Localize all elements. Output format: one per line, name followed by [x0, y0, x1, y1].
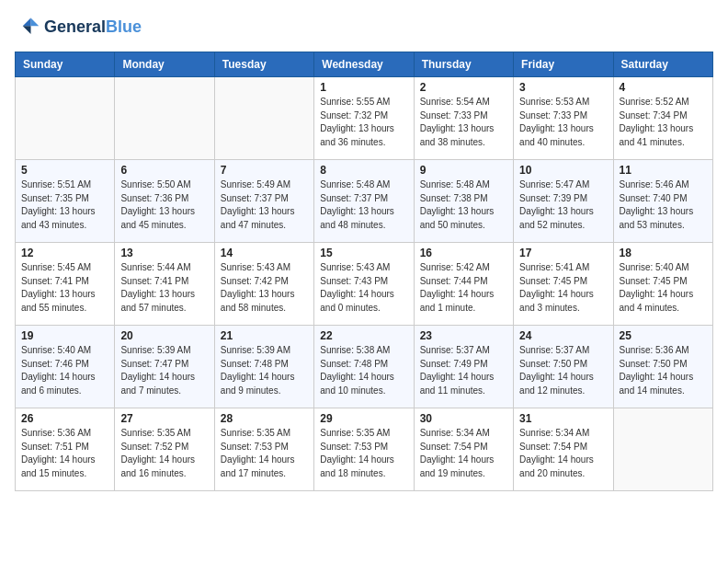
- day-info: Sunrise: 5:47 AM Sunset: 7:39 PM Dayligh…: [519, 178, 607, 232]
- day-info: Sunrise: 5:34 AM Sunset: 7:54 PM Dayligh…: [519, 427, 607, 480]
- day-number: 3: [519, 81, 607, 94]
- calendar-cell: 21Sunrise: 5:39 AM Sunset: 7:48 PM Dayli…: [214, 326, 313, 408]
- day-number: 10: [519, 164, 607, 177]
- calendar-week-row: 12Sunrise: 5:45 AM Sunset: 7:41 PM Dayli…: [16, 243, 713, 326]
- day-number: 31: [519, 412, 607, 425]
- day-info: Sunrise: 5:43 AM Sunset: 7:42 PM Dayligh…: [221, 261, 308, 315]
- calendar-cell: 1Sunrise: 5:55 AM Sunset: 7:32 PM Daylig…: [314, 77, 414, 160]
- calendar-week-row: 26Sunrise: 5:36 AM Sunset: 7:51 PM Dayli…: [16, 408, 713, 491]
- day-info: Sunrise: 5:50 AM Sunset: 7:36 PM Dayligh…: [120, 178, 208, 232]
- weekday-header: Friday: [514, 52, 613, 77]
- day-info: Sunrise: 5:45 AM Sunset: 7:41 PM Dayligh…: [21, 261, 108, 315]
- svg-marker-2: [23, 18, 31, 27]
- calendar-cell: [613, 408, 712, 491]
- day-info: Sunrise: 5:55 AM Sunset: 7:32 PM Dayligh…: [320, 96, 407, 149]
- day-info: Sunrise: 5:38 AM Sunset: 7:48 PM Dayligh…: [320, 344, 407, 397]
- calendar-cell: [115, 77, 214, 160]
- day-number: 5: [21, 164, 108, 177]
- calendar-cell: 20Sunrise: 5:39 AM Sunset: 7:47 PM Dayli…: [115, 326, 214, 408]
- day-number: 15: [320, 247, 407, 259]
- day-info: Sunrise: 5:44 AM Sunset: 7:41 PM Dayligh…: [120, 261, 208, 315]
- calendar-cell: 26Sunrise: 5:36 AM Sunset: 7:51 PM Dayli…: [16, 408, 115, 491]
- logo-icon: [15, 15, 40, 40]
- page-header: GeneralBlue: [15, 15, 713, 40]
- day-number: 20: [120, 329, 208, 342]
- calendar-cell: 16Sunrise: 5:42 AM Sunset: 7:44 PM Dayli…: [414, 243, 513, 326]
- calendar-cell: 7Sunrise: 5:49 AM Sunset: 7:37 PM Daylig…: [214, 160, 313, 243]
- day-number: 27: [120, 412, 208, 425]
- logo-text: GeneralBlue: [44, 18, 142, 37]
- calendar-cell: 31Sunrise: 5:34 AM Sunset: 7:54 PM Dayli…: [514, 408, 613, 491]
- weekday-header: Tuesday: [214, 52, 313, 77]
- logo: GeneralBlue: [15, 15, 142, 40]
- day-number: 8: [320, 164, 407, 177]
- calendar-cell: 6Sunrise: 5:50 AM Sunset: 7:36 PM Daylig…: [115, 160, 214, 243]
- calendar-cell: 30Sunrise: 5:34 AM Sunset: 7:54 PM Dayli…: [414, 408, 513, 491]
- day-info: Sunrise: 5:53 AM Sunset: 7:33 PM Dayligh…: [519, 96, 607, 149]
- calendar-cell: 5Sunrise: 5:51 AM Sunset: 7:35 PM Daylig…: [16, 160, 115, 243]
- day-info: Sunrise: 5:46 AM Sunset: 7:40 PM Dayligh…: [620, 178, 707, 232]
- day-number: 13: [120, 247, 208, 259]
- calendar-week-row: 19Sunrise: 5:40 AM Sunset: 7:46 PM Dayli…: [16, 326, 713, 408]
- calendar-cell: 8Sunrise: 5:48 AM Sunset: 7:37 PM Daylig…: [314, 160, 414, 243]
- day-info: Sunrise: 5:41 AM Sunset: 7:45 PM Dayligh…: [519, 261, 607, 315]
- calendar-cell: 3Sunrise: 5:53 AM Sunset: 7:33 PM Daylig…: [514, 77, 613, 160]
- calendar-week-row: 5Sunrise: 5:51 AM Sunset: 7:35 PM Daylig…: [16, 160, 713, 243]
- day-number: 21: [221, 329, 308, 342]
- day-number: 6: [120, 164, 208, 177]
- weekday-header: Sunday: [16, 52, 115, 77]
- day-number: 29: [320, 412, 407, 425]
- calendar-cell: 17Sunrise: 5:41 AM Sunset: 7:45 PM Dayli…: [514, 243, 613, 326]
- calendar-cell: 4Sunrise: 5:52 AM Sunset: 7:34 PM Daylig…: [613, 77, 712, 160]
- calendar-cell: 12Sunrise: 5:45 AM Sunset: 7:41 PM Dayli…: [16, 243, 115, 326]
- weekday-header: Monday: [115, 52, 214, 77]
- calendar-week-row: 1Sunrise: 5:55 AM Sunset: 7:32 PM Daylig…: [16, 77, 713, 160]
- weekday-header: Wednesday: [314, 52, 414, 77]
- calendar-cell: 29Sunrise: 5:35 AM Sunset: 7:53 PM Dayli…: [314, 408, 414, 491]
- day-info: Sunrise: 5:40 AM Sunset: 7:46 PM Dayligh…: [21, 344, 108, 397]
- day-number: 11: [620, 164, 707, 177]
- day-number: 24: [519, 329, 607, 342]
- day-info: Sunrise: 5:49 AM Sunset: 7:37 PM Dayligh…: [221, 178, 308, 232]
- day-info: Sunrise: 5:48 AM Sunset: 7:38 PM Dayligh…: [420, 178, 507, 232]
- day-number: 23: [420, 329, 507, 342]
- weekday-header: Thursday: [414, 52, 513, 77]
- day-number: 25: [620, 329, 707, 342]
- calendar-cell: 10Sunrise: 5:47 AM Sunset: 7:39 PM Dayli…: [514, 160, 613, 243]
- day-info: Sunrise: 5:39 AM Sunset: 7:48 PM Dayligh…: [221, 344, 308, 397]
- day-number: 26: [21, 412, 108, 425]
- day-info: Sunrise: 5:52 AM Sunset: 7:34 PM Dayligh…: [620, 96, 707, 149]
- calendar-cell: 22Sunrise: 5:38 AM Sunset: 7:48 PM Dayli…: [314, 326, 414, 408]
- day-info: Sunrise: 5:35 AM Sunset: 7:53 PM Dayligh…: [221, 427, 308, 480]
- day-info: Sunrise: 5:35 AM Sunset: 7:52 PM Dayligh…: [120, 427, 208, 480]
- calendar-cell: 23Sunrise: 5:37 AM Sunset: 7:49 PM Dayli…: [414, 326, 513, 408]
- day-number: 14: [221, 247, 308, 259]
- day-number: 28: [221, 412, 308, 425]
- day-info: Sunrise: 5:39 AM Sunset: 7:47 PM Dayligh…: [120, 344, 208, 397]
- day-number: 9: [420, 164, 507, 177]
- calendar-cell: 24Sunrise: 5:37 AM Sunset: 7:50 PM Dayli…: [514, 326, 613, 408]
- calendar-cell: 11Sunrise: 5:46 AM Sunset: 7:40 PM Dayli…: [613, 160, 712, 243]
- svg-marker-3: [23, 26, 31, 34]
- calendar-cell: [16, 77, 115, 160]
- calendar-cell: 13Sunrise: 5:44 AM Sunset: 7:41 PM Dayli…: [115, 243, 214, 326]
- svg-marker-1: [31, 18, 40, 27]
- day-number: 12: [21, 247, 108, 259]
- calendar-cell: 9Sunrise: 5:48 AM Sunset: 7:38 PM Daylig…: [414, 160, 513, 243]
- calendar-cell: 25Sunrise: 5:36 AM Sunset: 7:50 PM Dayli…: [613, 326, 712, 408]
- day-info: Sunrise: 5:36 AM Sunset: 7:50 PM Dayligh…: [620, 344, 707, 397]
- day-info: Sunrise: 5:42 AM Sunset: 7:44 PM Dayligh…: [420, 261, 507, 315]
- day-info: Sunrise: 5:35 AM Sunset: 7:53 PM Dayligh…: [320, 427, 407, 480]
- calendar-cell: 2Sunrise: 5:54 AM Sunset: 7:33 PM Daylig…: [414, 77, 513, 160]
- calendar-cell: [214, 77, 313, 160]
- calendar-table: SundayMondayTuesdayWednesdayThursdayFrid…: [15, 52, 713, 491]
- day-info: Sunrise: 5:34 AM Sunset: 7:54 PM Dayligh…: [420, 427, 507, 480]
- day-info: Sunrise: 5:40 AM Sunset: 7:45 PM Dayligh…: [620, 261, 707, 315]
- weekday-header: Saturday: [613, 52, 712, 77]
- day-number: 7: [221, 164, 308, 177]
- day-number: 4: [620, 81, 707, 94]
- day-number: 1: [320, 81, 407, 94]
- day-info: Sunrise: 5:37 AM Sunset: 7:50 PM Dayligh…: [519, 344, 607, 397]
- day-info: Sunrise: 5:43 AM Sunset: 7:43 PM Dayligh…: [320, 261, 407, 315]
- day-number: 30: [420, 412, 507, 425]
